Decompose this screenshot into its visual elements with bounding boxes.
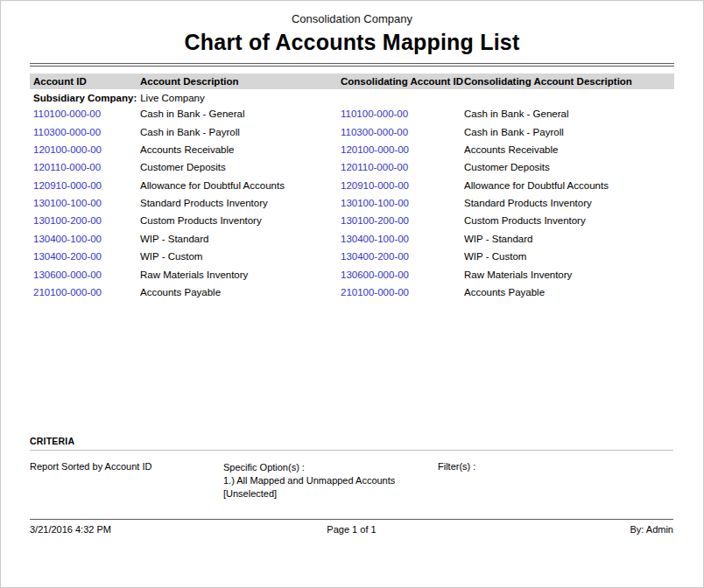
consolidating-account-id-link[interactable]: 210100-000-00 (341, 287, 464, 298)
account-description: Allowance for Doubtful Accounts (140, 180, 341, 191)
account-id-link[interactable]: 110100-000-00 (33, 108, 140, 119)
subsidiary-company-label: Subsidiary Company: (33, 93, 137, 103)
criteria-options-lines: 1.) All Mapped and Unmapped Accounts[Uns… (223, 474, 438, 500)
column-header-consolidating-account-description: Consolidating Account Description (464, 76, 671, 87)
account-description: Accounts Payable (140, 287, 341, 298)
account-description: Cash in Bank - General (140, 108, 341, 119)
account-description: WIP - Custom (140, 251, 341, 262)
table-row: 110100-000-00Cash in Bank - General11010… (30, 105, 674, 122)
table-row: 130100-100-00Standard Products Inventory… (30, 194, 674, 212)
consolidating-account-description: WIP - Custom (464, 251, 671, 262)
consolidating-account-description: Allowance for Doubtful Accounts (464, 180, 671, 191)
criteria-sort-text: Report Sorted by Account ID (30, 461, 223, 500)
subsidiary-company-value: Live Company (140, 93, 205, 103)
table-row: 130400-200-00WIP - Custom130400-200-00WI… (30, 248, 674, 265)
table-body: 110100-000-00Cash in Bank - General11010… (30, 105, 674, 301)
criteria-options-label: Specific Option(s) : (223, 461, 438, 474)
consolidating-account-description: Standard Products Inventory (464, 198, 671, 208)
criteria-option-line: [Unselected] (223, 487, 438, 500)
consolidating-account-description: Accounts Receivable (464, 144, 671, 155)
account-id-link[interactable]: 120910-000-00 (33, 180, 140, 191)
consolidating-account-description: Raw Materials Inventory (464, 270, 671, 280)
accounts-mapping-table: Account ID Account Description Consolida… (30, 74, 674, 301)
criteria-divider (30, 450, 673, 451)
report-header: Consolidation Company Chart of Accounts … (1, 1, 703, 55)
account-id-link[interactable]: 130100-100-00 (33, 198, 140, 208)
footer-page-number: Page 1 of 1 (244, 524, 459, 535)
consolidating-account-id-link[interactable]: 130100-200-00 (341, 215, 464, 226)
account-id-link[interactable]: 210100-000-00 (33, 287, 140, 298)
account-description: WIP - Standard (140, 234, 341, 244)
account-id-link[interactable]: 130400-200-00 (33, 251, 140, 262)
table-row: 120910-000-00Allowance for Doubtful Acco… (30, 177, 674, 194)
subsidiary-group-row: Subsidiary Company:Live Company (30, 89, 674, 105)
table-header-row: Account ID Account Description Consolida… (30, 74, 674, 89)
account-description: Standard Products Inventory (140, 198, 341, 208)
consolidating-account-description: Custom Products Inventory (464, 215, 671, 226)
table-row: 120100-000-00Accounts Receivable120100-0… (30, 141, 674, 158)
account-id-link[interactable]: 130400-100-00 (33, 234, 140, 244)
footer-datetime: 3/21/2016 4:32 PM (30, 524, 244, 535)
column-header-consolidating-account-id: Consolidating Account ID (341, 76, 464, 87)
footer-printed-by: By: Admin (459, 524, 673, 535)
report-footer: 3/21/2016 4:32 PM Page 1 of 1 By: Admin (30, 524, 673, 535)
account-id-link[interactable]: 130600-000-00 (33, 270, 140, 280)
column-header-account-description: Account Description (140, 76, 341, 87)
consolidating-account-id-link[interactable]: 130100-100-00 (341, 198, 464, 208)
account-description: Accounts Receivable (140, 144, 341, 155)
table-row: 210100-000-00Accounts Payable210100-000-… (30, 284, 674, 301)
report-page: Consolidation Company Chart of Accounts … (0, 0, 704, 588)
table-row: 130400-100-00WIP - Standard130400-100-00… (30, 230, 674, 248)
consolidating-account-id-link[interactable]: 130400-100-00 (341, 234, 464, 244)
account-id-link[interactable]: 120110-000-00 (33, 162, 140, 172)
table-row: 130100-200-00Custom Products Inventory13… (30, 212, 674, 229)
criteria-heading: CRITERIA (30, 436, 673, 446)
criteria-body: Report Sorted by Account ID Specific Opt… (30, 461, 673, 500)
consolidating-account-description: WIP - Standard (464, 234, 671, 244)
account-description: Cash in Bank - Payroll (140, 127, 341, 137)
criteria-options: Specific Option(s) : 1.) All Mapped and … (223, 461, 438, 500)
consolidating-account-description: Accounts Payable (464, 287, 671, 298)
table-row: 130600-000-00Raw Materials Inventory1306… (30, 265, 674, 283)
consolidating-account-description: Customer Deposits (464, 162, 671, 172)
page-title: Chart of Accounts Mapping List (1, 30, 703, 55)
consolidating-account-id-link[interactable]: 120100-000-00 (341, 144, 464, 155)
criteria-option-line: 1.) All Mapped and Unmapped Accounts (223, 474, 438, 487)
account-description: Raw Materials Inventory (140, 270, 341, 280)
consolidating-account-id-link[interactable]: 120910-000-00 (341, 180, 464, 191)
consolidating-account-id-link[interactable]: 120110-000-00 (341, 162, 464, 172)
account-id-link[interactable]: 120100-000-00 (33, 144, 140, 155)
consolidating-account-description: Cash in Bank - Payroll (464, 127, 671, 137)
table-row: 120110-000-00Customer Deposits120110-000… (30, 158, 674, 176)
consolidating-account-description: Cash in Bank - General (464, 108, 671, 119)
criteria-filters-label: Filter(s) : (438, 461, 673, 500)
consolidating-account-id-link[interactable]: 110300-000-00 (341, 127, 464, 137)
account-id-link[interactable]: 110300-000-00 (33, 127, 140, 137)
column-header-account-id: Account ID (33, 76, 140, 87)
consolidating-account-id-link[interactable]: 110100-000-00 (341, 108, 464, 119)
account-description: Custom Products Inventory (140, 215, 341, 226)
title-divider (30, 63, 674, 66)
footer-divider (30, 519, 673, 520)
consolidating-account-id-link[interactable]: 130600-000-00 (341, 270, 464, 280)
account-description: Customer Deposits (140, 162, 341, 172)
account-id-link[interactable]: 130100-200-00 (33, 215, 140, 226)
table-row: 110300-000-00Cash in Bank - Payroll11030… (30, 122, 674, 140)
consolidating-account-id-link[interactable]: 130400-200-00 (341, 251, 464, 262)
criteria-section: CRITERIA Report Sorted by Account ID Spe… (30, 436, 673, 500)
company-name: Consolidation Company (1, 12, 703, 25)
